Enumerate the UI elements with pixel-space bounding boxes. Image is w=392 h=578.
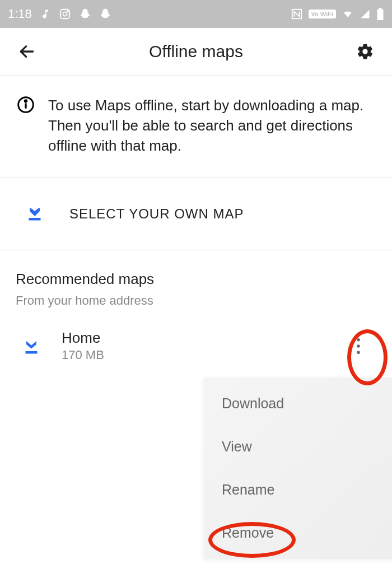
gear-icon [356,43,374,60]
section-title: Recommended maps [16,271,376,288]
nfc-icon [291,8,303,20]
arrow-left-icon [18,43,36,60]
app-bar: Offline maps [0,28,392,76]
info-icon [17,96,35,156]
svg-marker-13 [26,338,36,349]
svg-rect-14 [26,351,38,354]
wifi-icon [342,9,354,19]
info-text: To use Maps offline, start by downloadin… [48,96,375,156]
battery-icon [376,8,384,20]
vowifi-badge: Vo WiFi [309,10,336,18]
menu-item-rename[interactable]: Rename [204,468,392,511]
snapchat-icon [79,8,91,20]
svg-point-2 [67,11,68,12]
signal-icon [360,9,371,19]
svg-rect-5 [379,8,382,10]
svg-point-9 [25,100,26,102]
svg-rect-12 [29,218,41,221]
menu-item-remove[interactable]: Remove [204,511,392,554]
map-size: 170 MB [62,348,326,362]
page-title: Offline maps [38,42,354,61]
more-options-button[interactable] [346,329,371,363]
settings-button[interactable] [354,40,376,63]
menu-item-view[interactable]: View [204,425,392,468]
svg-point-17 [357,351,360,354]
select-own-map-label: SELECT YOUR OWN MAP [69,206,244,222]
back-button[interactable] [16,40,38,63]
download-icon [21,336,41,356]
context-menu: Download View Rename Remove [204,377,392,559]
svg-marker-11 [30,204,40,216]
info-banner: To use Maps offline, start by downloadin… [0,79,392,178]
section-subtitle: From your home address [16,293,376,308]
menu-item-download[interactable]: Download [204,382,392,425]
music-icon [40,8,51,20]
instagram-icon [59,8,71,20]
recommended-section: Recommended maps From your home address … [0,250,392,367]
more-vert-icon [356,338,361,355]
svg-point-15 [357,338,360,342]
map-item[interactable]: Home 170 MB [16,325,376,367]
map-name: Home [62,329,326,347]
svg-point-1 [63,12,67,16]
status-time: 1:18 [8,7,32,21]
snapchat-icon [99,8,111,20]
svg-point-16 [357,344,360,348]
svg-rect-4 [377,10,384,20]
status-bar: 1:18 Vo WiFi [0,0,392,28]
download-icon [25,203,45,225]
select-own-map-button[interactable]: SELECT YOUR OWN MAP [0,178,392,250]
